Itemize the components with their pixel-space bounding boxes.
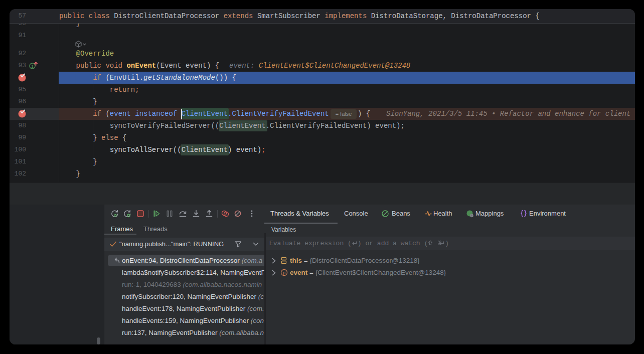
svg-text:1: 1 (31, 64, 34, 69)
svg-text:p: p (283, 270, 285, 275)
